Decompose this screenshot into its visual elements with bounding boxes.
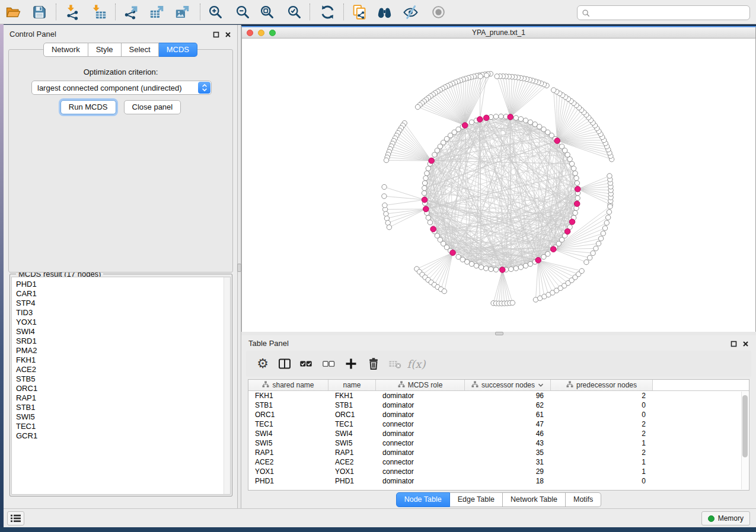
float-panel-icon[interactable]: [213, 30, 219, 40]
mcds-list-scrollbar[interactable]: [224, 277, 230, 494]
network-node[interactable]: [428, 220, 432, 225]
network-node[interactable]: [528, 261, 532, 266]
memory-button[interactable]: Memory: [701, 511, 750, 525]
mcds-hub-node[interactable]: [564, 229, 570, 235]
float-panel-icon[interactable]: [731, 339, 737, 350]
network-node[interactable]: [425, 171, 429, 175]
mcds-result-item[interactable]: STB1: [16, 403, 230, 412]
network-node[interactable]: [575, 181, 579, 185]
network-node[interactable]: [607, 210, 611, 214]
export-image-button[interactable]: [171, 2, 193, 22]
network-node[interactable]: [607, 174, 612, 178]
column-header-predecessor-nodes[interactable]: predecessor nodes: [551, 380, 653, 390]
mcds-result-item[interactable]: SWI5: [16, 412, 230, 422]
mcds-hub-node[interactable]: [429, 158, 435, 164]
open-file-button[interactable]: [2, 2, 24, 22]
network-node[interactable]: [573, 210, 578, 215]
network-window-titlebar[interactable]: YPA_prune.txt_1: [242, 27, 755, 39]
mcds-hub-node[interactable]: [430, 226, 436, 232]
network-node[interactable]: [532, 122, 537, 127]
mcds-result-item[interactable]: GCR1: [16, 431, 230, 441]
network-node[interactable]: [513, 266, 518, 271]
mcds-result-item[interactable]: CAR1: [16, 289, 230, 299]
network-node[interactable]: [493, 114, 498, 119]
column-header-successor-nodes[interactable]: successor nodes: [465, 380, 551, 390]
table-row[interactable]: ORC1ORC1dominator610: [248, 410, 749, 419]
network-node[interactable]: [387, 225, 391, 229]
table-row[interactable]: PHD1PHD1dominator180: [248, 476, 749, 486]
tab-motifs[interactable]: Motifs: [566, 492, 601, 507]
mcds-result-item[interactable]: TID3: [16, 308, 230, 318]
network-node[interactable]: [509, 267, 513, 271]
save-session-button[interactable]: [28, 2, 50, 22]
table-scrollbar[interactable]: [741, 392, 748, 489]
mcds-result-list[interactable]: PHD1CAR1STP4TID3YOX1SWI4SRD1PMA2FKH1ACE2…: [11, 277, 231, 495]
mcds-hub-node[interactable]: [477, 117, 483, 123]
network-node[interactable]: [604, 220, 609, 225]
mcds-hub-node[interactable]: [569, 219, 575, 225]
network-graph[interactable]: [242, 39, 755, 332]
network-node[interactable]: [384, 216, 389, 220]
network-node[interactable]: [422, 191, 426, 196]
mcds-hub-node[interactable]: [575, 186, 580, 192]
network-node[interactable]: [573, 171, 578, 175]
mcds-result-item[interactable]: ACE2: [16, 365, 230, 374]
tab-node-table[interactable]: Node Table: [396, 492, 450, 507]
table-row[interactable]: SWI4SWI4dominator462: [248, 429, 749, 438]
mcds-result-item[interactable]: TEC1: [16, 422, 230, 431]
network-node[interactable]: [559, 144, 564, 149]
mcds-result-item[interactable]: ORC1: [16, 384, 230, 393]
mcds-hub-node[interactable]: [554, 138, 560, 144]
mcds-result-item[interactable]: SWI4: [16, 327, 230, 336]
table-settings-button[interactable]: ⚙: [254, 355, 272, 372]
network-node[interactable]: [598, 236, 603, 241]
mcds-result-item[interactable]: FKH1: [16, 355, 230, 365]
mcds-result-item[interactable]: STB5: [16, 374, 230, 384]
delete-column-button[interactable]: [365, 355, 382, 372]
refresh-button[interactable]: [317, 2, 338, 22]
show-columns-button[interactable]: [276, 355, 294, 372]
export-table-button[interactable]: [146, 2, 167, 22]
network-node[interactable]: [426, 215, 430, 220]
network-node[interactable]: [442, 289, 446, 293]
function-builder-button-disabled[interactable]: f(x): [407, 355, 425, 372]
network-node[interactable]: [422, 185, 427, 190]
mcds-hub-node[interactable]: [423, 206, 429, 212]
mcds-hub-node[interactable]: [535, 257, 541, 263]
zoom-selected-button[interactable]: [283, 2, 305, 22]
table-row[interactable]: FKH1FKH1dominator962: [248, 391, 749, 400]
table-row[interactable]: TEC1TEC1connector472: [248, 419, 749, 429]
network-node[interactable]: [384, 211, 388, 216]
table-row[interactable]: SWI5SWI5connector431: [248, 438, 749, 448]
network-node[interactable]: [510, 300, 515, 305]
network-node[interactable]: [575, 196, 580, 200]
network-node[interactable]: [518, 265, 523, 270]
network-node[interactable]: [523, 118, 528, 123]
table-row[interactable]: RAP1RAP1dominator352: [248, 448, 749, 457]
network-canvas[interactable]: [242, 39, 755, 332]
find-button[interactable]: [374, 2, 395, 22]
create-column-button[interactable]: [342, 355, 360, 372]
import-network-button[interactable]: [62, 2, 83, 22]
network-node[interactable]: [484, 73, 489, 78]
network-node[interactable]: [591, 251, 595, 255]
zoom-in-button[interactable]: [205, 2, 226, 22]
task-history-button[interactable]: [7, 511, 24, 525]
table-row[interactable]: STB1STB1dominator620: [248, 400, 749, 410]
network-node[interactable]: [513, 116, 518, 120]
run-mcds-button[interactable]: Run MCDS: [60, 100, 116, 114]
column-header-shared-name[interactable]: shared name: [248, 380, 328, 390]
network-node[interactable]: [474, 263, 479, 268]
mcds-hub-node[interactable]: [484, 115, 490, 121]
tab-mcds[interactable]: MCDS: [159, 43, 197, 57]
delete-table-button-disabled[interactable]: [386, 355, 404, 372]
tab-network[interactable]: Network: [43, 43, 88, 57]
network-node[interactable]: [602, 226, 607, 230]
network-node[interactable]: [584, 259, 589, 264]
mcds-hub-node[interactable]: [450, 250, 456, 256]
network-node[interactable]: [587, 255, 592, 260]
close-panel-button[interactable]: Close panel: [124, 100, 181, 114]
mcds-result-item[interactable]: YOX1: [16, 318, 230, 327]
mcds-hub-node[interactable]: [462, 123, 468, 129]
export-network-button[interactable]: [120, 2, 142, 22]
